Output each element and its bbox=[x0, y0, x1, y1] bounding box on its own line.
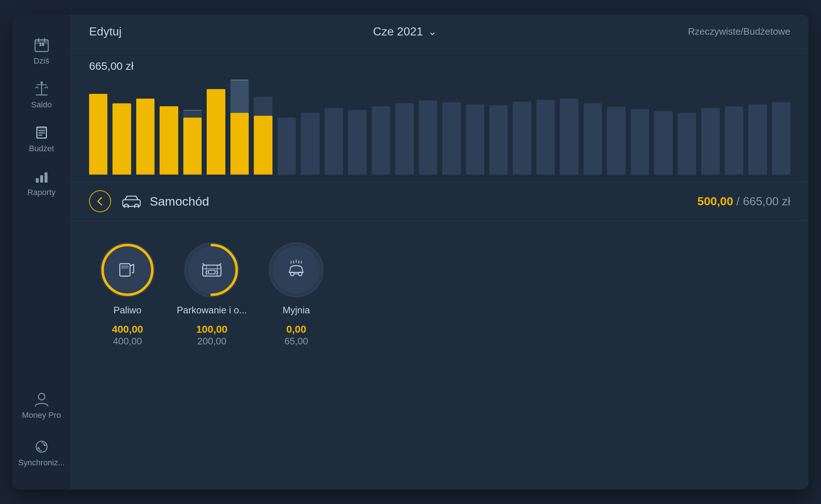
subcat-amounts-carwash: 0,00 65,00 bbox=[285, 323, 308, 347]
sync-label: Synchroniz... bbox=[18, 458, 65, 467]
sidebar-today-label: Dziś bbox=[34, 56, 49, 66]
sync-icon bbox=[33, 438, 50, 455]
bar-group bbox=[419, 80, 437, 175]
bar-group bbox=[513, 80, 531, 175]
sidebar-item-money-pro[interactable]: Money Pro bbox=[12, 383, 70, 427]
subcat-name-fuel: Paliwo bbox=[114, 305, 142, 316]
sidebar-budget-label: Budżet bbox=[29, 144, 54, 153]
sidebar-item-today[interactable]: 16 Dziś bbox=[12, 29, 70, 73]
bar-group bbox=[301, 80, 319, 175]
bar-group bbox=[536, 80, 555, 175]
bar-group bbox=[442, 80, 461, 175]
bar-group bbox=[560, 80, 578, 175]
back-button[interactable] bbox=[89, 190, 111, 212]
subcat-item-parking[interactable]: Parkowanie i o... 100,00 200,00 bbox=[177, 243, 247, 347]
svg-rect-17 bbox=[45, 172, 47, 183]
sidebar-item-reports[interactable]: Raporty bbox=[12, 161, 70, 205]
category-budget: / 665,00 zł bbox=[736, 195, 790, 208]
sidebar-reports-label: Raporty bbox=[27, 188, 56, 197]
svg-text:16: 16 bbox=[39, 42, 44, 47]
sidebar-bottom: Money Pro Synchroniz... bbox=[12, 383, 70, 475]
subcat-budget-parking: 200,00 bbox=[196, 336, 228, 347]
calendar-icon: 16 bbox=[33, 37, 50, 53]
subcat-budget-carwash: 65,00 bbox=[285, 336, 308, 347]
svg-rect-32 bbox=[209, 270, 215, 274]
svg-point-18 bbox=[38, 393, 45, 400]
bar-group bbox=[489, 80, 508, 175]
bar-group bbox=[701, 80, 719, 175]
fuel-icon bbox=[115, 257, 140, 283]
bar-group bbox=[631, 80, 649, 175]
subcat-circle-fuel bbox=[100, 243, 155, 297]
subcat-circle-parking bbox=[184, 243, 239, 297]
category-name: Samochód bbox=[150, 194, 698, 209]
subcat-circle-carwash bbox=[269, 243, 324, 297]
svg-point-7 bbox=[41, 81, 43, 84]
chart-amount: 665,00 zł bbox=[89, 60, 790, 72]
budget-icon bbox=[33, 124, 50, 141]
subcat-budget-fuel: 400,00 bbox=[112, 336, 143, 347]
subcat-item-carwash[interactable]: Myjnia 0,00 65,00 bbox=[269, 243, 324, 347]
bar-group bbox=[654, 80, 672, 175]
bar-chart bbox=[89, 80, 790, 175]
sidebar-item-sync[interactable]: Synchroniz... bbox=[12, 431, 70, 475]
app-container: 16 Dziś Saldo bbox=[12, 15, 809, 489]
chevron-left-icon bbox=[95, 196, 105, 206]
category-row: Samochód 500,00 / 665,00 zł bbox=[71, 182, 809, 221]
bar-group bbox=[466, 80, 484, 175]
sidebar-item-budget[interactable]: Budżet bbox=[12, 117, 70, 161]
bar-group bbox=[348, 80, 366, 175]
bar-group bbox=[725, 80, 743, 175]
month-selector[interactable]: Cze 2021 ⌄ bbox=[373, 25, 436, 38]
view-toggle-label[interactable]: Rzeczywiste/Budżetowe bbox=[688, 26, 790, 37]
scale-icon bbox=[33, 80, 50, 97]
sidebar-balance-label: Saldo bbox=[31, 100, 51, 110]
carwash-icon bbox=[283, 257, 309, 283]
bar-group bbox=[112, 80, 131, 175]
svg-rect-27 bbox=[121, 265, 129, 269]
bar-group bbox=[230, 80, 249, 175]
bar-group bbox=[325, 80, 343, 175]
sidebar-item-balance[interactable]: Saldo bbox=[12, 73, 70, 117]
subcat-actual-fuel: 400,00 bbox=[112, 323, 143, 336]
bar-group bbox=[278, 80, 296, 175]
subcat-actual-parking: 100,00 bbox=[196, 323, 228, 336]
user-icon bbox=[33, 391, 50, 408]
main-content: Edytuj Cze 2021 ⌄ Rzeczywiste/Budżetowe … bbox=[71, 15, 809, 489]
category-actual: 500,00 bbox=[698, 195, 733, 208]
sidebar: 16 Dziś Saldo bbox=[12, 15, 71, 489]
bar-group bbox=[584, 80, 602, 175]
bar-group bbox=[748, 80, 767, 175]
money-pro-label: Money Pro bbox=[22, 411, 61, 420]
svg-rect-16 bbox=[40, 175, 43, 183]
bar-group bbox=[183, 80, 202, 175]
bar-group bbox=[254, 80, 272, 175]
month-label: Cze 2021 bbox=[373, 25, 423, 38]
bar-group bbox=[136, 80, 154, 175]
subcategories: Paliwo 400,00 400,00 Parkowanie i o... 1… bbox=[71, 221, 809, 369]
parking-icon bbox=[199, 257, 225, 283]
subcat-name-parking: Parkowanie i o... bbox=[177, 305, 247, 316]
category-amounts: 500,00 / 665,00 zł bbox=[698, 195, 790, 208]
chart-area: 665,00 zł bbox=[71, 49, 809, 182]
svg-rect-14 bbox=[37, 127, 46, 130]
bar-group bbox=[772, 80, 790, 175]
bar-group bbox=[207, 80, 225, 175]
edit-button[interactable]: Edytuj bbox=[89, 25, 122, 38]
subcat-name-carwash: Myjnia bbox=[283, 305, 310, 316]
car-icon bbox=[120, 193, 143, 209]
subcat-amounts-fuel: 400,00 400,00 bbox=[112, 323, 143, 347]
bar-group bbox=[607, 80, 625, 175]
bar-group bbox=[89, 80, 107, 175]
bar-group bbox=[678, 80, 696, 175]
subcat-item-fuel[interactable]: Paliwo 400,00 400,00 bbox=[100, 243, 155, 347]
svg-rect-20 bbox=[123, 200, 140, 206]
top-bar: Edytuj Cze 2021 ⌄ Rzeczywiste/Budżetowe bbox=[71, 15, 809, 49]
subcat-amounts-parking: 100,00 200,00 bbox=[196, 323, 228, 347]
bar-group bbox=[160, 80, 178, 175]
subcat-actual-carwash: 0,00 bbox=[285, 323, 308, 336]
bar-group bbox=[372, 80, 390, 175]
chevron-down-icon: ⌄ bbox=[428, 26, 436, 38]
reports-icon bbox=[33, 168, 50, 185]
svg-rect-15 bbox=[36, 178, 39, 183]
